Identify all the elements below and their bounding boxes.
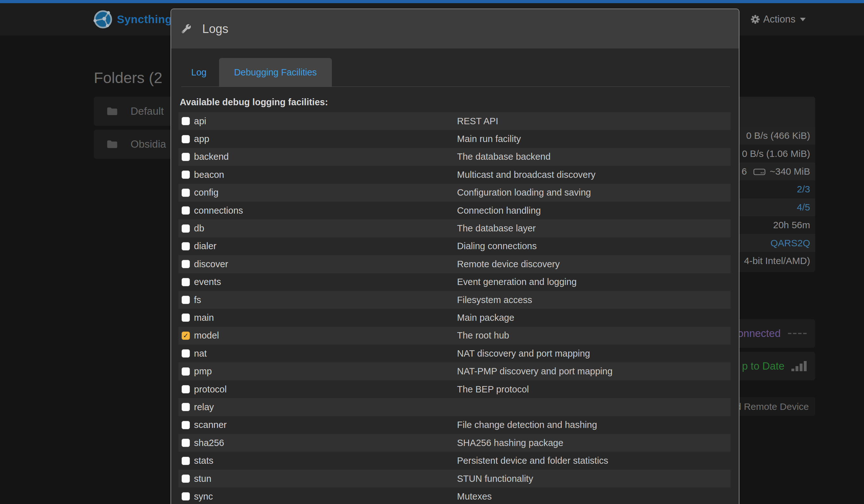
facility-checkbox[interactable] — [182, 260, 190, 268]
facility-description: Persistent device and folder statistics — [457, 456, 608, 466]
facility-checkbox[interactable] — [182, 206, 190, 215]
facility-description: File change detection and hashing — [457, 420, 597, 430]
stat-value-link[interactable]: 4/5 — [797, 202, 810, 213]
facility-description: Multicast and broadcast discovery — [457, 170, 596, 180]
logs-modal: Logs Log Debugging Facilities Available … — [170, 9, 740, 504]
facility-name: discover — [194, 259, 228, 269]
facility-description: The database backend — [457, 152, 551, 162]
facility-checkbox[interactable] — [182, 296, 190, 304]
stat-value: 4-bit Intel/AMD) — [744, 255, 810, 266]
facility-name: relay — [194, 402, 214, 412]
facility-checkbox[interactable] — [182, 153, 190, 161]
logs-tabs: Log Debugging Facilities — [181, 58, 730, 87]
facility-row: relay — [178, 398, 731, 416]
facility-row: modelThe root hub — [178, 327, 731, 345]
facility-name: sync — [194, 491, 213, 502]
facility-checkbox[interactable] — [182, 457, 190, 465]
facility-description: Mutexes — [457, 491, 492, 502]
facility-checkbox[interactable] — [182, 475, 190, 483]
facilities-table: apiREST APIappMain run facilitybackendTh… — [178, 112, 731, 504]
device-status: p to Date — [742, 360, 784, 372]
stat-value: ~340 MiB — [770, 166, 810, 177]
device-status: onnected — [737, 327, 781, 339]
facility-name: fs — [194, 295, 201, 305]
facility-row: protocolThe BEP protocol — [178, 380, 731, 398]
facility-row: statsPersistent device and folder statis… — [178, 452, 731, 469]
facility-description: Main run facility — [457, 134, 521, 144]
actions-menu-button[interactable]: Actions — [751, 3, 806, 36]
facility-checkbox[interactable] — [182, 170, 190, 179]
logs-modal-body: Log Debugging Facilities Available debug… — [171, 58, 739, 504]
facility-row: apiREST API — [178, 112, 731, 130]
signal-none-icon — [787, 333, 807, 334]
facility-checkbox[interactable] — [182, 135, 190, 143]
facility-row: mainMain package — [178, 309, 731, 326]
facility-row: scannerFile change detection and hashing — [178, 416, 731, 434]
facility-row: dbThe database layer — [178, 219, 731, 237]
facility-checkbox[interactable] — [182, 225, 190, 233]
facility-name: db — [194, 223, 204, 233]
facility-description: NAT-PMP discovery and port mapping — [457, 366, 613, 376]
folder-label: Obsidia — [131, 138, 166, 150]
facility-checkbox[interactable] — [182, 368, 190, 376]
facility-name: dialer — [194, 241, 216, 251]
facility-description: Event generation and logging — [457, 277, 577, 287]
folders-heading: Folders (2 — [94, 69, 162, 86]
facility-description: The root hub — [457, 330, 509, 341]
facility-checkbox[interactable] — [182, 242, 190, 250]
facility-description: Configuration loading and saving — [457, 187, 591, 198]
facilities-heading: Available debug logging facilities: — [180, 96, 739, 108]
facility-checkbox-checked[interactable] — [182, 332, 190, 340]
signal-bars-icon — [790, 361, 807, 371]
facility-checkbox[interactable] — [182, 439, 190, 447]
brand-label: Syncthing — [117, 13, 172, 26]
tab-debugging-facilities[interactable]: Debugging Facilities — [219, 58, 332, 86]
facility-description: Dialing connections — [457, 241, 537, 251]
facility-name: protocol — [194, 384, 227, 395]
facility-checkbox[interactable] — [182, 492, 190, 501]
brand-home-link[interactable]: Syncthing — [93, 3, 172, 36]
facility-checkbox[interactable] — [182, 403, 190, 411]
facility-checkbox[interactable] — [182, 349, 190, 358]
facility-name: scanner — [194, 420, 227, 430]
facility-name: backend — [194, 152, 229, 162]
facility-row: eventsEvent generation and logging — [178, 273, 731, 291]
facility-row: appMain run facility — [178, 130, 731, 148]
facility-row: sha256SHA256 hashing package — [178, 434, 731, 452]
add-remote-device-label: d Remote Device — [736, 401, 809, 412]
facility-checkbox[interactable] — [182, 189, 190, 197]
facility-name: model — [194, 330, 219, 341]
folder-icon — [107, 106, 118, 116]
facility-checkbox[interactable] — [182, 117, 190, 125]
stat-value: 0 B/s (466 KiB) — [746, 130, 810, 141]
facility-checkbox[interactable] — [182, 385, 190, 393]
top-accent-strip — [0, 0, 864, 3]
facility-name: connections — [194, 205, 243, 216]
syncthing-logo-icon — [93, 9, 113, 29]
actions-label: Actions — [763, 14, 795, 25]
facility-row: pmpNAT-PMP discovery and port mapping — [178, 362, 731, 380]
stat-value-link[interactable]: QARS2Q — [770, 238, 810, 249]
facility-checkbox[interactable] — [182, 313, 190, 322]
facility-checkbox[interactable] — [182, 278, 190, 286]
facility-name: main — [194, 313, 214, 323]
stat-value-link[interactable]: 2/3 — [797, 184, 810, 195]
facility-description: The BEP protocol — [457, 384, 529, 395]
facility-name: config — [194, 187, 218, 198]
facility-checkbox[interactable] — [182, 421, 190, 429]
facility-description: STUN functionality — [457, 473, 533, 484]
facility-description: Filesystem access — [457, 295, 532, 305]
folder-label: Default — [131, 105, 164, 117]
modal-title: Logs — [202, 22, 228, 36]
facility-description: REST API — [457, 116, 498, 127]
facility-name: app — [194, 134, 209, 144]
folder-icon — [107, 139, 118, 149]
facility-name: events — [194, 277, 221, 287]
facility-row: configConfiguration loading and saving — [178, 184, 731, 202]
facility-row: backendThe database backend — [178, 148, 731, 166]
facility-name: beacon — [194, 170, 224, 180]
stat-prefix: 6 — [742, 166, 747, 177]
wrench-icon — [180, 23, 192, 35]
stat-value: 20h 56m — [773, 220, 810, 230]
tab-log[interactable]: Log — [181, 58, 216, 86]
